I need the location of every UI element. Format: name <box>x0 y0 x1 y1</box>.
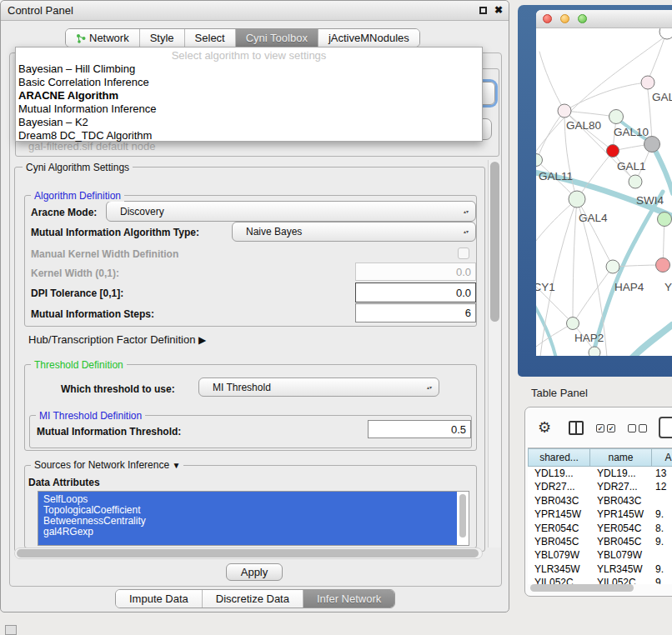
network-edge[interactable] <box>647 32 666 82</box>
network-node[interactable] <box>644 137 660 152</box>
collapsed-panel-icon[interactable] <box>5 625 17 635</box>
settings-vertical-scrollbar[interactable] <box>488 160 501 548</box>
network-node-gal10[interactable] <box>609 110 624 124</box>
table-scope-text: gal-filtered.sif default node <box>28 140 155 152</box>
network-edge[interactable] <box>653 146 672 193</box>
network-node-gal1[interactable] <box>607 145 619 158</box>
network-icon <box>76 33 86 43</box>
network-node-gal4[interactable] <box>569 191 585 208</box>
network-canvas[interactable]: GALGAL80GAL10GAL1GAL11GAL4SWI4GCY1HAP4YH… <box>536 28 672 356</box>
table-column-header[interactable]: A <box>652 448 672 467</box>
manual-kernel-width-checkbox[interactable] <box>458 248 469 259</box>
dropdown-item[interactable]: Mutual Information Inference <box>18 102 156 115</box>
kernel-width-field[interactable] <box>355 262 476 281</box>
dropdown-item[interactable]: Bayesian – K2 <box>18 116 88 128</box>
network-edge[interactable] <box>536 199 577 268</box>
aracne-mode-combobox[interactable]: Discovery ▴▾ <box>106 201 476 222</box>
settings-horizontal-scrollbar[interactable] <box>14 548 483 559</box>
combo-arrows-icon: ▴▾ <box>464 209 469 213</box>
attribute-list-item[interactable]: gal4RGexp <box>43 526 93 538</box>
table-column-header[interactable]: name <box>590 448 652 467</box>
network-edge[interactable] <box>573 199 577 323</box>
attribute-list-item[interactable]: TopologicalCoefficient <box>43 504 141 516</box>
network-node-hap2[interactable] <box>567 318 579 330</box>
network-node[interactable] <box>659 28 672 39</box>
unchecked-box-icon[interactable] <box>639 424 647 432</box>
network-node-gal11[interactable] <box>536 154 543 167</box>
mi-threshold-legend: MI Threshold Definition <box>36 410 145 422</box>
tab-cyni-toolbox[interactable]: Cyni Toolbox <box>236 29 318 47</box>
tab-style[interactable]: Style <box>140 29 185 47</box>
apply-button[interactable]: Apply <box>226 563 283 581</box>
vertical-scroll-thumb[interactable] <box>490 162 499 322</box>
network-edge[interactable] <box>613 265 662 267</box>
network-node[interactable] <box>589 347 600 356</box>
mi-steps-field[interactable] <box>355 303 476 322</box>
mi-threshold-field[interactable] <box>368 420 471 438</box>
columns-icon[interactable] <box>569 421 584 435</box>
dropdown-item[interactable]: Basic Correlation Inference <box>18 76 149 88</box>
network-edge[interactable] <box>537 111 564 160</box>
table-row[interactable]: YBL079WYBL079W <box>528 548 672 562</box>
network-node-gal80[interactable] <box>558 104 571 118</box>
table-horizontal-scroll-thumb[interactable] <box>530 584 634 592</box>
mi-algorithm-type-combobox[interactable]: Naive Bayes ▴▾ <box>232 222 476 242</box>
horizontal-scroll-thumb[interactable] <box>17 549 479 558</box>
list-vertical-scrollbar[interactable] <box>459 494 466 538</box>
tab-discretize-data[interactable]: Discretize Data <box>203 590 303 608</box>
network-node[interactable] <box>629 175 642 188</box>
network-edge[interactable] <box>536 268 572 322</box>
node-label: GAL <box>652 91 672 103</box>
unchecked-box-icon[interactable] <box>628 424 636 432</box>
table-cell: YIL052C <box>590 576 652 584</box>
network-edge[interactable] <box>564 82 647 111</box>
checked-box-icon[interactable]: ✓ <box>596 424 604 432</box>
which-threshold-combobox[interactable]: MI Threshold ▴▾ <box>198 378 439 397</box>
dropdown-item[interactable]: ARACNE Algorithm <box>18 89 118 102</box>
tab-infer-network[interactable]: Infer Network <box>303 590 394 608</box>
sources-legend[interactable]: Sources for Network Inference ▼ <box>31 459 183 471</box>
algorithm-definition-legend: Algorithm Definition <box>31 190 124 202</box>
mac-zoom-icon[interactable] <box>578 14 587 23</box>
table-row[interactable]: YDL19...YDL19...13 <box>528 467 672 480</box>
close-icon[interactable]: ✖ <box>494 4 503 16</box>
table-row[interactable]: YBR043CYBR043C <box>528 494 672 508</box>
network-edge[interactable] <box>540 199 577 356</box>
network-node-swi4[interactable] <box>658 212 672 227</box>
table-row[interactable]: YDR27...YDR27...12 <box>528 480 672 493</box>
network-edge[interactable] <box>539 52 564 111</box>
dpi-tolerance-field[interactable] <box>355 282 476 302</box>
attribute-list-item[interactable]: BetweennessCentrality <box>43 515 146 527</box>
tab-jactivemnodules[interactable]: jActiveMNodules <box>318 29 419 47</box>
table-column-header[interactable]: shared... <box>528 448 590 467</box>
clipped-toolbar-button[interactable] <box>659 417 672 438</box>
network-edge[interactable] <box>578 200 613 267</box>
network-node-gal[interactable] <box>641 76 654 89</box>
checked-box-icon[interactable]: ✓ <box>607 424 615 432</box>
network-node-hap4[interactable] <box>606 260 619 273</box>
threshold-definition-legend: Threshold Definition <box>31 359 127 371</box>
hub-definition-label: Hub/Transcription Factor Definition <box>28 333 195 346</box>
dropdown-item[interactable]: Dream8 DC_TDC Algorithm <box>18 129 152 142</box>
table-row[interactable]: YPR145WYPR145W9. <box>528 508 672 521</box>
control-panel-tabs: NetworkStyleSelectCyni ToolboxjActiveMNo… <box>65 28 420 48</box>
tab-select[interactable]: Select <box>185 29 236 47</box>
mac-close-icon[interactable] <box>543 14 552 23</box>
network-node-y[interactable] <box>656 258 670 272</box>
network-edge[interactable] <box>574 267 613 322</box>
mac-minimize-icon[interactable] <box>560 14 569 23</box>
table-row[interactable]: YLR345WYLR345W9. <box>528 562 672 576</box>
table-row[interactable]: YBR045CYBR045C9. <box>528 535 672 548</box>
gear-icon[interactable]: ⚙ <box>538 418 551 437</box>
table-row[interactable]: YER054CYER054C8. <box>528 522 672 535</box>
attribute-list-item[interactable]: SelfLoops <box>43 493 88 505</box>
dropdown-item[interactable]: Bayesian – Hill Climbing <box>18 62 135 75</box>
tab-network[interactable]: Network <box>66 29 140 47</box>
float-window-icon[interactable] <box>479 7 487 14</box>
network-edge[interactable] <box>564 111 615 117</box>
tab-impute-data[interactable]: Impute Data <box>116 590 203 608</box>
hub-definition-expander[interactable]: Hub/Transcription Factor Definition ▶ <box>28 333 206 346</box>
table-row[interactable]: YIL052CYIL052C9 <box>528 576 672 584</box>
data-attributes-list[interactable]: SelfLoopsTopologicalCoefficientBetweenne… <box>38 491 469 546</box>
network-edge[interactable] <box>630 325 672 356</box>
